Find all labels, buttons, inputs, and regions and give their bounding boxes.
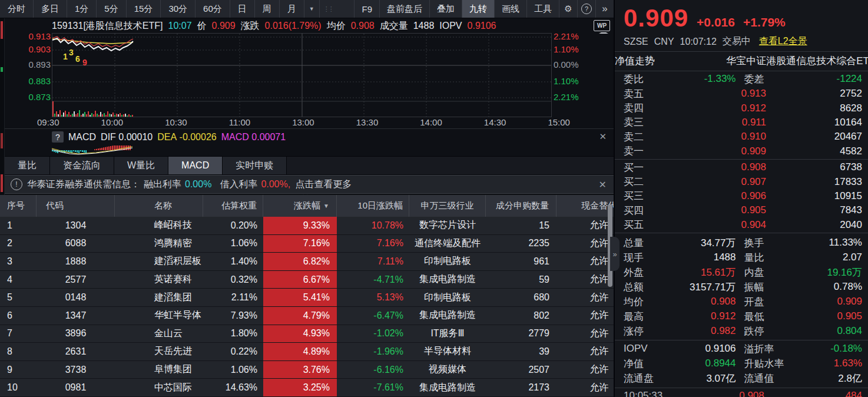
- bid-level-row[interactable]: 买四 0.905 7843: [624, 203, 862, 217]
- view-more-link[interactable]: 点击查看更多: [295, 178, 352, 191]
- period-button[interactable]: 分时: [0, 0, 34, 18]
- wp-monitor-icon[interactable]: WP: [594, 20, 610, 31]
- ask-level-row[interactable]: 卖一 0.909 4582: [624, 144, 862, 158]
- constituent-row[interactable]: 6 1347 华虹半导体 7.93% 4.79% -6.47% 集成电路制造 8…: [0, 307, 614, 325]
- time-axis-tick: 10:30: [165, 117, 187, 127]
- time-axis-tick: 15:00: [548, 117, 570, 127]
- ask-levels: 卖五 0.913 2752 卖四 0.912 8628 卖三 0.911 101…: [615, 87, 868, 158]
- macd-close-icon[interactable]: ✕: [599, 131, 607, 142]
- period-button[interactable]: 5分: [97, 0, 126, 18]
- tool-button[interactable]: 盘前盘后: [379, 0, 429, 18]
- toolbar-grip-icon[interactable]: ⋮⋮: [323, 0, 333, 18]
- indicator-tab[interactable]: 量比: [5, 157, 50, 174]
- tick-time: 10:05:33: [624, 390, 694, 397]
- y-axis-label: 0.913: [15, 31, 51, 41]
- valuation-row: 流通盘 3.07亿 流通值 2.8亿: [624, 371, 862, 386]
- ask-level-row[interactable]: 卖三 0.911 10164: [624, 115, 862, 130]
- last-tick-row[interactable]: 10:05:33 0.908 484: [615, 388, 868, 397]
- indicator-tab[interactable]: MACD: [168, 157, 223, 174]
- constituent-row[interactable]: 7 3896 金山云 1.80% 4.93% -1.02% IT服务Ⅲ 2779…: [0, 325, 614, 343]
- avg-value: 0.908: [351, 21, 375, 31]
- margin-notice-bar[interactable]: ! 华泰证券融券通供需信息： 融出利率 0.00% 借入利率 0.00%, 点击…: [5, 175, 614, 194]
- fund-name: 华宝中证港股通信息技术综合ET: [726, 54, 868, 68]
- trading-status: 交易中: [723, 35, 751, 48]
- col-header-subscribe-qty[interactable]: 成分申购数量: [486, 195, 556, 217]
- stats-row: 涨停 0.982 跌停 0.804: [624, 324, 862, 339]
- stats-row: 总额 3157.71万 振幅 0.78%: [624, 280, 862, 295]
- col-header-change10d[interactable]: 10日涨跌幅: [337, 195, 409, 217]
- panel-collapse-handle[interactable]: »: [610, 237, 619, 271]
- tool-button[interactable]: 叠加: [429, 0, 462, 18]
- y-axis-label: 0.873: [15, 92, 51, 102]
- stats-row: 最高 0.912 最低 0.905: [624, 309, 862, 324]
- settings-gear-icon[interactable]: ⚙: [559, 0, 577, 18]
- period-button[interactable]: 30分: [161, 0, 196, 18]
- col-header-cash-substitute[interactable]: 现金替代: [556, 195, 614, 217]
- indicator-tab[interactable]: 资金流向: [50, 157, 114, 174]
- constituents-table: 序号 代码 名称 估算权重 涨跌幅▼ 10日涨跌幅 申万三级行业 成分申购数量 …: [0, 195, 614, 397]
- stock-trading-terminal: 分时多日1分5分15分30分60分日周月 ▼ ⋮⋮ F9盘前盘后叠加九转画线工具…: [0, 0, 868, 397]
- server-time: 10:07:12: [680, 37, 717, 47]
- period-button[interactable]: 多日: [34, 0, 67, 18]
- price-change-pct: +1.79%: [743, 15, 786, 29]
- tool-button[interactable]: 画线: [494, 0, 526, 18]
- bid-level-row[interactable]: 买二 0.907 17833: [624, 174, 862, 188]
- help-icon[interactable]: ?: [577, 0, 595, 18]
- indicator-tab[interactable]: 实时申赎: [223, 157, 287, 174]
- col-header-weight[interactable]: 估算权重: [203, 195, 263, 217]
- constituent-row[interactable]: 10 0981 中芯国际 14.63% 3.25% -7.61% 集成电路制造 …: [0, 379, 614, 397]
- constituent-row[interactable]: 8 2631 天岳先进 0.22% 4.89% -1.96% 半导体材料 39 …: [0, 343, 614, 361]
- price-value: 0.909: [212, 21, 236, 31]
- valuation-block: IOPV 0.9106 溢折率 -0.18% 净值 0.8944 升贴水率 1.…: [615, 342, 868, 386]
- change-value: 0.016(1.79%): [265, 21, 322, 31]
- period-button[interactable]: 周: [255, 0, 280, 18]
- bid-level-row[interactable]: 买三 0.906 10915: [624, 189, 862, 203]
- macd-name: MACD: [68, 132, 96, 143]
- constituent-row[interactable]: 9 3738 阜博集团 1.06% 3.76% -6.16% 视频媒体 2507…: [0, 361, 614, 379]
- tick-price: 0.908: [694, 390, 809, 397]
- ask-level-row[interactable]: 卖二 0.910 20467: [624, 130, 862, 144]
- constituent-row[interactable]: 2 6088 鸿腾精密 1.06% 7.16% 7.16% 通信终端及配件 22…: [0, 235, 614, 253]
- period-button[interactable]: 1分: [67, 0, 97, 18]
- more-chevron-icon[interactable]: »: [595, 0, 614, 18]
- indicator-help-icon[interactable]: ?: [52, 131, 64, 143]
- tool-button[interactable]: 九转: [462, 0, 494, 18]
- price-plot-area[interactable]: 1 3 6 9: [52, 33, 552, 117]
- intraday-chart-panel: 159131[港股信息技术ETF] 10:07 价 0.909 涨跌 0.016…: [5, 18, 614, 128]
- nav-trend-label[interactable]: 净值走势: [615, 54, 655, 68]
- table-header-row: 序号 代码 名称 估算权重 涨跌幅▼ 10日涨跌幅 申万三级行业 成分申购数量 …: [0, 195, 614, 217]
- borrow-rate-value: 0.00%,: [261, 179, 290, 190]
- y-axis-label: 0.903: [15, 44, 51, 54]
- bid-level-row[interactable]: 买一 0.908 6738: [624, 160, 862, 174]
- col-header-industry[interactable]: 申万三级行业: [409, 195, 486, 217]
- time-axis-tick: 10:00: [101, 117, 124, 127]
- l2-panorama-link[interactable]: 查看L2全景: [759, 35, 807, 48]
- bid-level-row[interactable]: 买五 0.904 2040: [624, 218, 862, 232]
- valuation-row: IOPV 0.9106 溢折率 -0.18%: [624, 342, 862, 356]
- constituent-row[interactable]: 1 1304 峰岹科技 0.20% 9.33% 10.78% 数字芯片设计 15…: [0, 217, 614, 235]
- lend-rate-label: 融出利率: [144, 178, 181, 191]
- constituent-row[interactable]: 3 1888 建滔积层板 1.40% 6.82% 7.11% 印制电路板 961…: [0, 253, 614, 271]
- col-header-index[interactable]: 序号: [0, 195, 37, 217]
- period-button[interactable]: 60分: [196, 0, 230, 18]
- period-dropdown-icon[interactable]: ▼: [304, 0, 320, 18]
- period-button[interactable]: 15分: [127, 0, 161, 18]
- col-header-code[interactable]: 代码: [37, 195, 115, 217]
- y-axis-pct-label: 1.10%: [554, 76, 591, 86]
- ask-level-row[interactable]: 卖四 0.912 8628: [624, 101, 862, 115]
- col-header-name[interactable]: 名称: [115, 195, 203, 217]
- period-button[interactable]: 日: [230, 0, 255, 18]
- notice-close-icon[interactable]: ✕: [599, 179, 607, 190]
- macd-indicator-panel: ? MACD DIF 0.00010 DEA -0.00026 MACD 0.0…: [5, 128, 614, 157]
- tool-button[interactable]: 工具: [526, 0, 559, 18]
- constituent-row[interactable]: 5 0148 建滔集团 2.11% 5.41% 5.13% 印制电路板 680 …: [0, 289, 614, 307]
- indicator-tab[interactable]: W量比: [114, 157, 168, 174]
- constituent-row[interactable]: 4 2577 英诺赛科 0.32% 6.67% -4.71% 集成电路制造 59…: [0, 271, 614, 289]
- col-header-change[interactable]: 涨跌幅▼: [263, 195, 337, 217]
- ask-level-row[interactable]: 卖五 0.913 2752: [624, 87, 862, 101]
- tool-button[interactable]: F9: [354, 0, 379, 18]
- tool-button-group: F9盘前盘后叠加九转画线工具: [354, 0, 559, 18]
- period-button[interactable]: 月: [280, 0, 304, 18]
- avg-label: 均价: [327, 20, 346, 32]
- time-axis: 09:3010:0010:3011:0013:0013:3014:0014:30…: [37, 117, 570, 127]
